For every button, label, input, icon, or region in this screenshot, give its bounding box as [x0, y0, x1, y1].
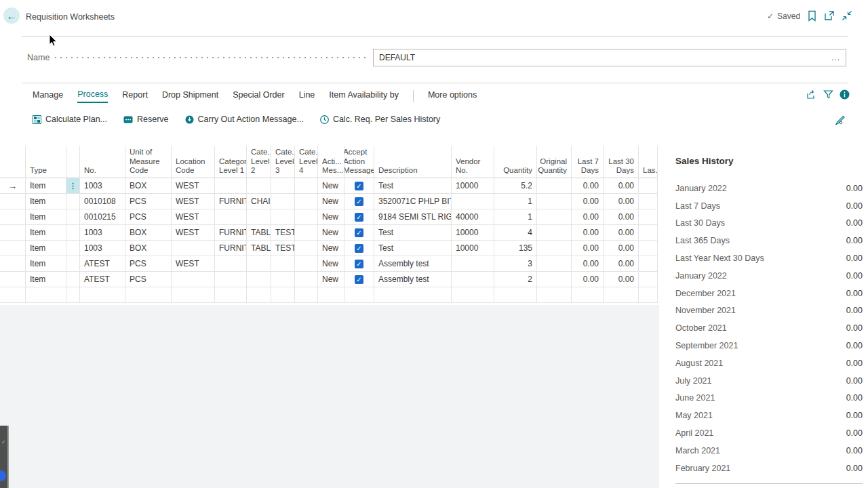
cell-cat4[interactable] [295, 272, 318, 287]
row-select-gutter[interactable] [0, 225, 26, 241]
row-menu-cell[interactable] [66, 209, 80, 225]
cell-vendor[interactable] [452, 194, 494, 209]
cell-original_qty[interactable] [537, 256, 572, 272]
cell-description[interactable]: Test [374, 225, 452, 241]
cell-cat3[interactable] [271, 272, 295, 287]
factbox-item-value[interactable]: 0.00 [846, 271, 863, 281]
calc-req-per-sales-history-button[interactable]: Calc. Req. Per Sales History [320, 115, 440, 124]
cell-last365[interactable] [639, 287, 658, 303]
factbox-item-value[interactable]: 0.00 [846, 359, 863, 368]
cell-cat1[interactable] [215, 178, 247, 194]
cell-description[interactable] [374, 287, 452, 303]
reserve-button[interactable]: Reserve [123, 115, 169, 124]
cell-accept-action-message[interactable] [344, 287, 374, 303]
cell-cat3[interactable] [271, 256, 295, 272]
factbox-item-value[interactable]: 0.00 [846, 306, 863, 315]
cell-cat4[interactable] [295, 209, 318, 225]
cell-last30[interactable]: 0.00 [604, 209, 639, 225]
cell-cat1[interactable]: FURNITU... [215, 241, 247, 256]
info-icon[interactable] [840, 89, 850, 102]
cell-location[interactable]: WEST [172, 256, 215, 272]
factbox-item-value[interactable]: 0.00 [846, 184, 863, 193]
cell-accept-action-message[interactable]: ✓ [344, 225, 374, 241]
factbox-item-value[interactable]: 0.00 [846, 446, 863, 455]
cell-type[interactable]: Item [26, 178, 66, 194]
cell-type[interactable]: Item [26, 272, 66, 287]
cell-cat1[interactable]: FURNITU... [215, 194, 247, 209]
column-header-last365[interactable]: Las... [639, 146, 658, 178]
cell-cat2[interactable]: TABLE [247, 241, 271, 256]
column-header-cat1[interactable]: Category Level 1 [215, 146, 247, 178]
cell-uom[interactable]: PCS [125, 272, 172, 287]
column-header-type[interactable]: Type [26, 146, 66, 178]
row-select-gutter[interactable] [0, 241, 26, 256]
row-menu-cell[interactable] [66, 256, 80, 272]
cell-accept-action-message[interactable]: ✓ [344, 178, 374, 194]
cell-last30[interactable] [604, 287, 639, 303]
cell-original_qty[interactable] [537, 209, 572, 225]
cell-last7[interactable] [572, 287, 604, 303]
cell-last30[interactable]: 0.00 [604, 241, 639, 256]
column-header-cat2[interactable]: Cate... Level 2 [247, 146, 271, 178]
cell-description[interactable]: 9184 SEMI STL RIGID WH... [374, 209, 452, 225]
tab-drop-shipment[interactable]: Drop Shipment [162, 90, 218, 102]
cell-last365[interactable] [639, 194, 658, 209]
carry-out-action-message-button[interactable]: Carry Out Action Message... [185, 115, 304, 124]
cell-vendor[interactable]: 10000 [452, 225, 494, 241]
name-input[interactable]: DEFAULT ... [373, 49, 846, 66]
cell-location[interactable]: WEST [172, 225, 215, 241]
cell-cat4[interactable] [295, 241, 318, 256]
column-header-vendor[interactable]: Vendor No. [452, 146, 494, 178]
accept-checkbox[interactable]: ✓ [355, 260, 363, 268]
row-menu-cell[interactable] [66, 272, 80, 287]
cell-vendor[interactable] [452, 287, 494, 303]
design-sparkle-icon[interactable] [835, 115, 845, 129]
open-in-new-window-icon[interactable] [824, 10, 835, 22]
cell-cat4[interactable] [295, 225, 318, 241]
cell-vendor[interactable] [452, 256, 494, 272]
cell-description[interactable]: Test [374, 241, 452, 256]
cell-uom[interactable]: PCS [125, 256, 172, 272]
cell-no[interactable] [80, 287, 125, 303]
cell-cat3[interactable] [271, 209, 295, 225]
cell-original_qty[interactable] [537, 241, 572, 256]
cell-description[interactable]: Test [374, 178, 452, 194]
row-menu-cell[interactable] [66, 241, 80, 256]
cell-last365[interactable] [639, 225, 658, 241]
accept-checkbox[interactable]: ✓ [355, 244, 363, 253]
cell-cat4[interactable] [295, 287, 318, 303]
cell-cat1[interactable] [215, 287, 247, 303]
tab-special-order[interactable]: Special Order [233, 90, 284, 102]
factbox-item-value[interactable]: 0.00 [846, 236, 863, 245]
cell-cat2[interactable] [247, 256, 271, 272]
cell-cat1[interactable] [215, 209, 247, 225]
cell-description[interactable]: Assembly test [374, 272, 452, 287]
cell-last365[interactable] [639, 241, 658, 256]
cell-accept-action-message[interactable]: ✓ [344, 241, 374, 256]
cell-last30[interactable]: 0.00 [604, 194, 639, 209]
tab-manage[interactable]: Manage [33, 90, 63, 102]
cell-last7[interactable]: 0.00 [572, 225, 604, 241]
cell-last30[interactable]: 0.00 [604, 272, 639, 287]
bookmark-icon[interactable] [807, 10, 817, 22]
cell-cat3[interactable]: TEST [271, 225, 295, 241]
cell-cat2[interactable] [247, 209, 271, 225]
cell-accept-action-message[interactable]: ✓ [344, 209, 374, 225]
cell-no[interactable]: 0010108 [80, 194, 125, 209]
cell-original_qty[interactable] [537, 225, 572, 241]
cell-action_msg[interactable]: New [318, 272, 344, 287]
cell-description[interactable]: 3520071C PHLP BIT #2 1-... [374, 194, 452, 209]
cell-quantity[interactable]: 5.2 [494, 178, 537, 194]
cell-last7[interactable]: 0.00 [572, 178, 604, 194]
cell-quantity[interactable]: 4 [494, 225, 537, 241]
cell-type[interactable] [26, 287, 66, 303]
row-select-gutter[interactable] [0, 287, 26, 303]
column-header-quantity[interactable]: Quantity [494, 146, 537, 178]
cell-vendor[interactable] [452, 272, 494, 287]
cell-quantity[interactable]: 3 [494, 256, 537, 272]
cell-accept-action-message[interactable]: ✓ [344, 194, 374, 209]
factbox-item-value[interactable]: 0.00 [846, 464, 863, 473]
accept-checkbox[interactable]: ✓ [355, 197, 363, 206]
cell-no[interactable]: ATEST [80, 272, 125, 287]
cell-location[interactable]: WEST [172, 178, 215, 194]
